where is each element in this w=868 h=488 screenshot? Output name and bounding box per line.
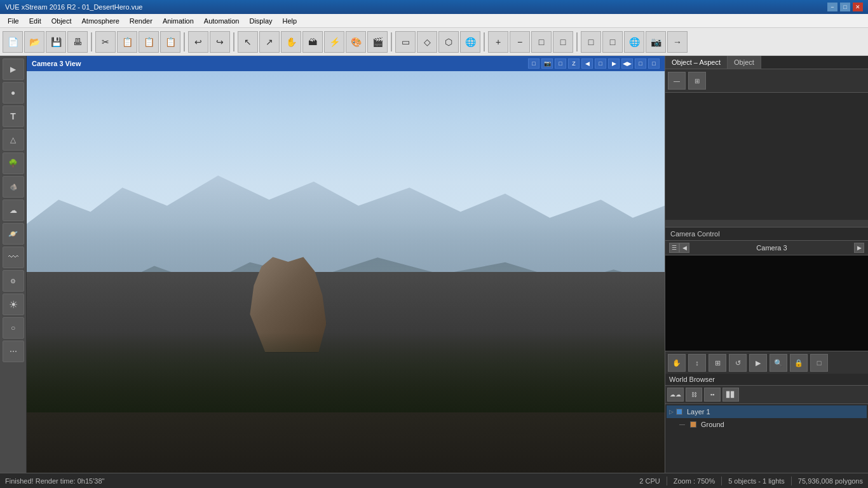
world-browser-title: World Browser — [669, 376, 715, 383]
scene-background — [27, 71, 665, 473]
left-light-btn[interactable]: ☀ — [3, 294, 24, 315]
sep2 — [184, 32, 185, 51]
left-rock-btn[interactable]: 🪨 — [3, 176, 24, 198]
terrain-btn[interactable]: 🏔 — [302, 31, 323, 53]
viewport-header: Camera 3 View □ 📷 □ Z ◀ □ ▶ ◀▶ □ □ — [27, 56, 665, 71]
cam-left-btn[interactable]: ◀ — [679, 243, 689, 253]
aspect-icon-1[interactable]: — — [668, 72, 686, 90]
close-button[interactable]: ✕ — [853, 3, 863, 11]
wb-chart-btn[interactable]: ▊▊ — [722, 388, 739, 402]
cam-right-btn[interactable]: ▶ — [854, 243, 864, 253]
object-tab[interactable]: Object — [728, 56, 761, 69]
cam-lock-btn[interactable]: 🔒 — [790, 354, 808, 372]
viewport-canvas[interactable] — [27, 71, 665, 473]
prim-box-btn[interactable]: ▭ — [395, 31, 416, 53]
cam-grid-btn[interactable]: ⊞ — [709, 354, 726, 372]
vp-ctrl-frame[interactable]: □ — [595, 58, 606, 69]
cam-extra-btn[interactable]: □ — [810, 354, 828, 372]
window-title: VUE xStream 2016 R2 - 01_DesertHero.vue — [5, 3, 142, 11]
cam-rotate-btn[interactable]: ↺ — [729, 354, 747, 372]
undo-button[interactable]: ↩ — [188, 31, 208, 53]
render-view-btn[interactable]: □ — [581, 31, 601, 53]
cam-move-btn[interactable]: ↕ — [688, 354, 706, 372]
vp-ctrl-z[interactable]: Z — [568, 58, 580, 69]
left-sphere-btn[interactable]: ● — [3, 82, 24, 104]
prim-hex-btn[interactable]: ⬡ — [438, 31, 459, 53]
vp-ctrl-5[interactable]: □ — [648, 58, 660, 69]
window-controls[interactable]: − □ ✕ — [827, 3, 863, 11]
cam-zoom-btn[interactable]: 🔍 — [770, 354, 787, 372]
paste-button[interactable]: 📋 — [139, 31, 159, 53]
minimize-button[interactable]: − — [827, 3, 837, 11]
globe2-btn[interactable]: 🌐 — [624, 31, 644, 53]
cam-prev-btn[interactable]: ☰ — [669, 243, 679, 253]
layer1-label: Layer 1 — [687, 408, 710, 416]
left-cloud-btn[interactable]: ☁ — [3, 200, 24, 221]
vp-ctrl-2[interactable]: 📷 — [541, 58, 553, 69]
menu-automation[interactable]: Automation — [199, 16, 245, 26]
menu-edit[interactable]: Edit — [24, 16, 46, 26]
status-sep1 — [667, 477, 667, 485]
aspect-icon-2[interactable]: ⊞ — [688, 72, 706, 90]
vp-ctrl-1[interactable]: □ — [528, 58, 539, 69]
frame-btn[interactable]: □ — [531, 31, 552, 53]
tree-item-ground[interactable]: — Ground — [667, 418, 867, 431]
menu-object[interactable]: Object — [46, 16, 77, 26]
world-browser-toolbar: ☁☁ ⛓ ▪▪ ▊▊ — [665, 386, 868, 404]
world-tree: ▷ Layer 1 — Ground — [665, 404, 868, 473]
maximize-button[interactable]: □ — [840, 3, 850, 11]
new-button[interactable]: 📄 — [3, 31, 23, 53]
print-button[interactable]: 🖶 — [67, 31, 88, 53]
menu-display[interactable]: Display — [244, 16, 277, 26]
left-terrain-btn[interactable]: △ — [3, 129, 24, 151]
render2-btn[interactable]: □ — [602, 31, 623, 53]
object-aspect-tab[interactable]: Object – Aspect — [665, 56, 728, 69]
left-select-btn[interactable]: ▶ — [3, 58, 24, 80]
save-button[interactable]: 💾 — [46, 31, 66, 53]
vp-ctrl-3[interactable]: □ — [555, 58, 566, 69]
left-planet-btn[interactable]: 🪐 — [3, 223, 24, 245]
menu-help[interactable]: Help — [278, 16, 302, 26]
camera-nav-header: ☰ ◀ Camera 3 ▶ — [665, 241, 868, 255]
camera-btn[interactable]: 📷 — [646, 31, 666, 53]
menu-file[interactable]: File — [3, 16, 24, 26]
wb-cloud-btn[interactable]: ☁☁ — [667, 388, 684, 402]
arrow-btn[interactable]: → — [667, 31, 688, 53]
view-btn[interactable]: □ — [553, 31, 573, 53]
transform-btn[interactable]: ↗ — [259, 31, 280, 53]
select-tool-btn[interactable]: ↖ — [238, 31, 258, 53]
left-path-btn[interactable]: 〰 — [3, 247, 24, 268]
zoom-in-btn[interactable]: + — [488, 31, 508, 53]
paste2-button[interactable]: 📋 — [160, 31, 180, 53]
cut-button[interactable]: ✂ — [95, 31, 116, 53]
sep1 — [91, 32, 92, 51]
left-circle-btn[interactable]: ○ — [3, 317, 24, 339]
zoom-out-btn[interactable]: − — [510, 31, 530, 53]
menu-animation[interactable]: Animation — [158, 16, 199, 26]
left-plant-btn[interactable]: 🌳 — [3, 152, 24, 174]
wb-link-btn[interactable]: ⛓ — [686, 388, 702, 402]
vp-ctrl-nav[interactable]: ◀▶ — [621, 58, 633, 69]
cam-play-btn[interactable]: ▶ — [749, 354, 767, 372]
paint-btn[interactable]: ⚡ — [324, 31, 344, 53]
copy-button[interactable]: 📋 — [117, 31, 137, 53]
main-toolbar: 📄 📂 💾 🖶 ✂ 📋 📋 📋 ↩ ↪ ↖ ↗ ✋ 🏔 ⚡ 🎨 🎬 ▭ ◇ ⬡ … — [0, 28, 868, 56]
menu-render[interactable]: Render — [125, 16, 158, 26]
vp-ctrl-prev[interactable]: ◀ — [581, 58, 593, 69]
left-text-btn[interactable]: T — [3, 105, 24, 127]
color-btn[interactable]: 🎨 — [346, 31, 366, 53]
tree-item-layer1[interactable]: ▷ Layer 1 — [667, 405, 867, 418]
wb-layer-btn[interactable]: ▪▪ — [704, 388, 721, 402]
vp-ctrl-4[interactable]: □ — [635, 58, 646, 69]
left-misc-btn[interactable]: ⋯ — [3, 341, 24, 362]
open-button[interactable]: 📂 — [24, 31, 44, 53]
movie-btn[interactable]: 🎬 — [367, 31, 388, 53]
globe-btn[interactable]: 🌐 — [460, 31, 480, 53]
vp-ctrl-next[interactable]: ▶ — [608, 58, 620, 69]
left-component-btn[interactable]: ⚙ — [3, 270, 24, 292]
menu-atmosphere[interactable]: Atmosphere — [77, 16, 125, 26]
cam-hand-btn[interactable]: ✋ — [668, 354, 686, 372]
redo-button[interactable]: ↪ — [210, 31, 230, 53]
hand-tool-btn[interactable]: ✋ — [281, 31, 301, 53]
prim-sphere-btn[interactable]: ◇ — [417, 31, 437, 53]
